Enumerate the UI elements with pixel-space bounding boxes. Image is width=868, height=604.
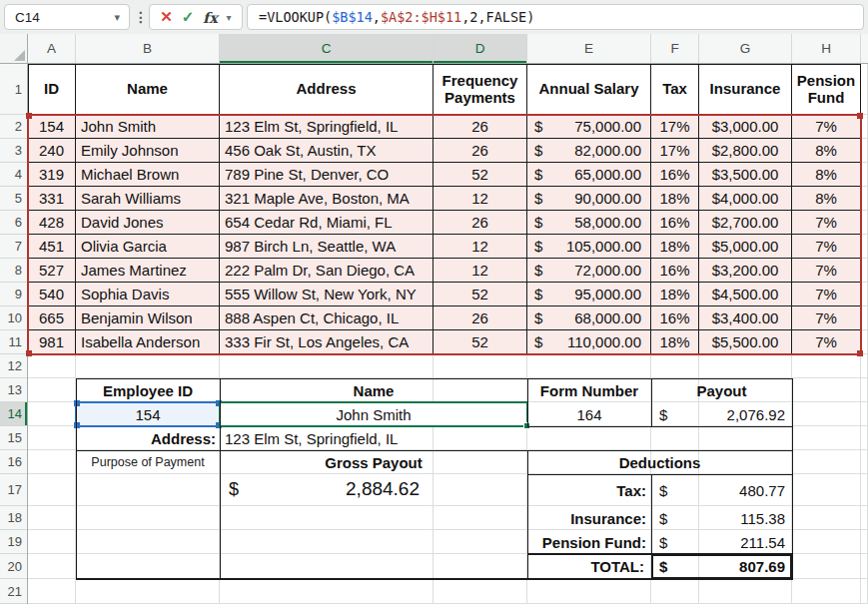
enter-icon[interactable]: ✓ — [182, 8, 195, 26]
row-header-19[interactable]: 19 — [0, 530, 27, 554]
table-cell-d9[interactable]: 52 — [434, 283, 527, 306]
table-cell-e6[interactable]: $58,000.00 — [527, 211, 651, 235]
table-cell-d11[interactable]: 52 — [434, 330, 527, 354]
table-cell-c5[interactable]: 321 Maple Ave, Boston, MA — [220, 187, 434, 211]
cell-H16[interactable] — [792, 450, 861, 474]
form-tax-value[interactable]: $ 480.77 — [651, 474, 792, 506]
table-cell-f4[interactable]: 16% — [651, 163, 699, 187]
table-cell-d10[interactable]: 26 — [434, 306, 527, 330]
column-header-a[interactable]: A — [28, 34, 76, 63]
cell-G21[interactable] — [699, 579, 792, 604]
table-cell-a4[interactable]: 319 — [28, 163, 76, 187]
table-cell-h3[interactable]: 8% — [792, 139, 861, 163]
cell-D12[interactable] — [434, 354, 527, 378]
form-insurance-value[interactable]: $ 115.38 — [651, 506, 792, 530]
table-cell-b2[interactable]: John Smith — [76, 115, 220, 139]
table-cell-e4[interactable]: $65,000.00 — [527, 163, 651, 187]
table-cell-a7[interactable]: 451 — [28, 235, 76, 259]
cell-D18[interactable] — [434, 506, 527, 530]
row-header-6[interactable]: 6 — [0, 211, 27, 235]
table-cell-c11[interactable]: 333 Fir St, Los Angeles, CA — [220, 330, 434, 354]
table-cell-a5[interactable]: 331 — [28, 187, 76, 211]
table-cell-e11[interactable]: $110,000.00 — [527, 330, 651, 354]
formula-bar-grip-icon[interactable]: ⋮ — [136, 4, 146, 30]
form-tax-label[interactable]: Tax: — [527, 474, 651, 506]
cell-A20[interactable] — [28, 554, 76, 579]
cell-A16[interactable] — [28, 450, 76, 474]
form-purpose-label[interactable]: Purpose of Payment — [76, 450, 220, 474]
form-number-label[interactable]: Form Number — [527, 378, 651, 402]
row-header-18[interactable]: 18 — [0, 506, 27, 530]
table-cell-b3[interactable]: Emily Johnson — [76, 139, 220, 163]
cell-A17[interactable] — [28, 474, 76, 506]
table-cell-a3[interactable]: 240 — [28, 139, 76, 163]
row-header-2[interactable]: 2 — [0, 115, 27, 139]
cell-D21[interactable] — [434, 579, 527, 604]
cell-x3[interactable] — [861, 139, 868, 163]
cell-x15[interactable] — [861, 426, 868, 450]
table-cell-d2[interactable]: 26 — [434, 115, 527, 139]
table-cell-c6[interactable]: 654 Cedar Rd, Miami, FL — [220, 211, 434, 235]
table-cell-b9[interactable]: Sophia Davis — [76, 283, 220, 306]
cell-x10[interactable] — [861, 306, 868, 330]
cell-B12[interactable] — [76, 354, 220, 378]
table-cell-g7[interactable]: $5,000.00 — [699, 235, 792, 259]
cell-x1[interactable] — [861, 64, 868, 115]
table-cell-h7[interactable]: 7% — [792, 235, 861, 259]
cell-C14[interactable] — [220, 402, 434, 426]
table-cell-c10[interactable]: 888 Aspen Ct, Chicago, IL — [220, 306, 434, 330]
table-cell-e9[interactable]: $95,000.00 — [527, 283, 651, 306]
form-gross-payout-label[interactable]: Gross Payout — [220, 450, 527, 474]
row-header-8[interactable]: 8 — [0, 259, 27, 283]
table-cell-a2[interactable]: 154 — [28, 115, 76, 139]
cell-C19[interactable] — [220, 530, 434, 554]
row-header-15[interactable]: 15 — [0, 426, 27, 450]
cell-D19[interactable] — [434, 530, 527, 554]
cell-x13[interactable] — [861, 378, 868, 402]
form-address-value[interactable]: 123 Elm St, Springfield, IL — [220, 426, 792, 450]
table-cell-g6[interactable]: $2,700.00 — [699, 211, 792, 235]
table-cell-g9[interactable]: $4,500.00 — [699, 283, 792, 306]
column-header-h[interactable]: H — [792, 34, 861, 63]
table-cell-c4[interactable]: 789 Pine St, Denver, CO — [220, 163, 434, 187]
table-cell-a9[interactable]: 540 — [28, 283, 76, 306]
table-cell-b7[interactable]: Olivia Garcia — [76, 235, 220, 259]
cell-B18[interactable] — [76, 506, 220, 530]
table-cell-f9[interactable]: 18% — [651, 283, 699, 306]
table-cell-a6[interactable]: 428 — [28, 211, 76, 235]
form-pension-value[interactable]: $ 211.54 — [651, 530, 792, 554]
form-payout-label[interactable]: Payout — [651, 378, 792, 402]
table-header-h[interactable]: Pension Fund — [792, 64, 861, 115]
row-header-17[interactable]: 17 — [0, 474, 27, 506]
cell-A13[interactable] — [28, 378, 76, 402]
form-total-label[interactable]: TOTAL: — [527, 554, 651, 579]
table-cell-b6[interactable]: David Jones — [76, 211, 220, 235]
column-header-c[interactable]: C — [220, 34, 434, 63]
table-cell-c8[interactable]: 222 Palm Dr, San Diego, CA — [220, 259, 434, 283]
table-cell-h6[interactable]: 7% — [792, 211, 861, 235]
form-deductions-label[interactable]: Deductions — [527, 450, 792, 474]
table-header-e[interactable]: Annual Salary — [527, 64, 651, 115]
formula-input[interactable]: =VLOOKUP($B$14,$A$2:$H$11,2,FALSE) — [247, 4, 864, 30]
table-cell-d5[interactable]: 12 — [434, 187, 527, 211]
cell-H14[interactable] — [792, 402, 861, 426]
cell-F12[interactable] — [651, 354, 699, 378]
cell-A21[interactable] — [28, 579, 76, 604]
cell-x16[interactable] — [861, 450, 868, 474]
cell-F21[interactable] — [651, 579, 699, 604]
cell-x19[interactable] — [861, 530, 868, 554]
row-header-14[interactable]: 14 — [0, 402, 27, 426]
cell-G12[interactable] — [699, 354, 792, 378]
table-cell-h2[interactable]: 7% — [792, 115, 861, 139]
cell-H20[interactable] — [792, 554, 861, 579]
table-cell-d6[interactable]: 26 — [434, 211, 527, 235]
insert-function-icon[interactable]: fx — [203, 9, 218, 26]
table-cell-g2[interactable]: $3,000.00 — [699, 115, 792, 139]
row-header-13[interactable]: 13 — [0, 378, 27, 402]
cancel-icon[interactable]: ✕ — [160, 8, 173, 26]
table-cell-c3[interactable]: 456 Oak St, Austin, TX — [220, 139, 434, 163]
form-employee-id-label[interactable]: Employee ID — [76, 378, 220, 402]
form-insurance-label[interactable]: Insurance: — [527, 506, 651, 530]
cell-E21[interactable] — [527, 579, 651, 604]
table-cell-c9[interactable]: 555 Willow St, New York, NY — [220, 283, 434, 306]
